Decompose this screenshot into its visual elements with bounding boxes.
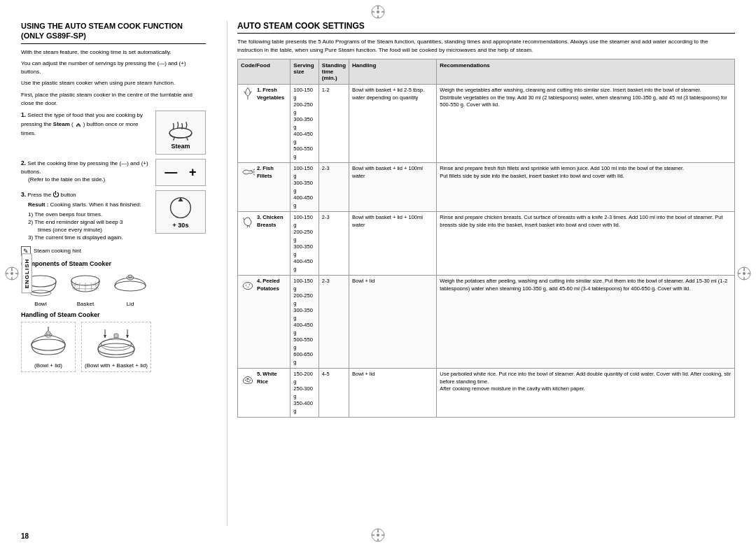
step-3-text: 3. Press the ⏻ button Result : Cooking s… — [21, 190, 151, 241]
svg-point-22 — [743, 272, 746, 275]
basket-label: Basket — [77, 301, 94, 307]
handling-bowl-with-lid — [24, 325, 72, 360]
svg-line-29 — [173, 138, 174, 141]
svg-point-57 — [251, 171, 252, 172]
handling-bowl-basket-lid — [88, 325, 144, 360]
handling-2-label: (Bowl with + Basket + lid) — [85, 362, 148, 369]
th-recommendations: Recommendations — [437, 59, 735, 85]
td-rec-3: Rinse and prepare chicken breasts. Cut s… — [437, 212, 735, 276]
svg-point-49 — [98, 343, 134, 355]
svg-point-62 — [248, 287, 248, 287]
th-handling: Handling — [349, 59, 437, 85]
table-row: 3. ChickenBreasts 100-150 g 200-250 g 30… — [238, 212, 735, 276]
th-standing: Standingtime(min.) — [318, 59, 349, 85]
settings-table: Code/Food Servingsize Standingtime(min.)… — [237, 59, 735, 418]
svg-point-60 — [243, 283, 252, 290]
td-rec-2: Rinse and prepare fresh fish fillets and… — [437, 163, 735, 212]
td-rec-5: Use parboiled white rice. Put rice into … — [437, 369, 735, 418]
lid-item: Lid — [111, 271, 150, 307]
compass-right — [736, 266, 752, 281]
td-food-1: 1. FreshVegetables — [238, 85, 290, 163]
intro-text-2: You can adjust the number of servings by… — [21, 59, 206, 76]
right-column: AUTO STEAM COOK SETTINGS The following t… — [237, 21, 735, 526]
lid-label: Lid — [127, 301, 134, 307]
svg-marker-13 — [377, 530, 379, 533]
steam-box: Steam — [155, 111, 206, 155]
handling-1-label: (Bowl + lid) — [34, 362, 62, 369]
intro-text-1: With the steam feature, the cooking time… — [21, 48, 206, 57]
svg-line-59 — [249, 226, 250, 228]
svg-point-63 — [249, 285, 250, 285]
td-serving-5: 150-200 g 250-300 g 350-400 g — [290, 369, 319, 418]
td-handling-2: Bowl with basket + lid + 100ml water — [349, 163, 437, 212]
intro-text-3: Use the plastic steam cooker when using … — [21, 79, 206, 87]
language-sidebar: ENGLISH — [22, 254, 32, 294]
svg-point-42 — [115, 281, 146, 291]
td-standing-2: 2-3 — [318, 163, 349, 212]
fish-icon — [241, 165, 255, 179]
handling-item-2: (Bowl with + Basket + lid) — [81, 322, 151, 372]
handling-row: (Bowl + lid) — [21, 322, 206, 372]
svg-line-40 — [91, 283, 92, 292]
svg-point-64 — [246, 378, 248, 380]
left-column: ENGLISH USING THE AUTO STEAM COOK FUNCTI… — [21, 21, 217, 526]
step-2-block: 2. Set the cooking time by pressing the … — [21, 159, 206, 186]
rice-icon — [241, 371, 255, 385]
td-food-4: 4. PeeledPotatoes — [238, 276, 290, 369]
components-title: Components of Steam Cooker — [21, 260, 206, 267]
basket-image — [66, 271, 105, 299]
table-row: 5. White Rice 150-200 g 250-300 g 350-40… — [238, 369, 735, 418]
intro-text-4: First, place the plastic steam cooker in… — [21, 91, 206, 107]
step-1-text: 1. Select the type of food that you are … — [21, 111, 151, 137]
svg-point-44 — [128, 275, 132, 278]
svg-point-45 — [31, 339, 65, 350]
td-rec-4: Weigh the potatoes after peeling, washin… — [437, 276, 735, 369]
bowl-label: Bowl — [34, 301, 46, 307]
result-block: Result : Cooking starts. When it has fin… — [28, 201, 151, 241]
svg-point-68 — [248, 381, 250, 382]
plus30-icon — [168, 195, 193, 220]
steam-hint: ✎ Steam cooking hint — [21, 246, 206, 256]
step-1-block: 1. Select the type of food that you are … — [21, 111, 206, 155]
svg-line-38 — [79, 283, 80, 292]
td-serving-3: 100-150 g 200-250 g 300-350 g 400-450 g — [290, 212, 319, 276]
svg-point-65 — [244, 380, 246, 381]
plus30-box: + 30s — [155, 190, 206, 234]
th-serving: Servingsize — [290, 59, 319, 85]
td-food-2: 2. Fish Fillets — [238, 163, 290, 212]
td-food-5: 5. White Rice — [238, 369, 290, 418]
svg-marker-53 — [104, 335, 106, 338]
td-handling-3: Bowl with basket + lid + 100ml water — [349, 212, 437, 276]
svg-line-58 — [247, 226, 248, 228]
basket-item: Basket — [66, 271, 105, 307]
components-row: Bowl Basket — [21, 271, 206, 307]
step-2-text: 2. Set the cooking time by pressing the … — [21, 159, 151, 184]
potato-icon — [241, 278, 255, 292]
table-row: 4. PeeledPotatoes 100-150 g 200-250 g 30… — [238, 276, 735, 369]
svg-point-66 — [249, 380, 251, 381]
handling-title: Handling of Steam Cooker — [21, 311, 206, 318]
right-section-title: AUTO STEAM COOK SETTINGS — [237, 21, 735, 34]
left-section-title: USING THE AUTO STEAM COOK FUNCTION (ONLY… — [21, 21, 206, 44]
td-serving-1: 100-150 g 200-250 g 300-350 g 400-450 g … — [290, 85, 319, 163]
svg-point-61 — [246, 285, 246, 285]
td-standing-5: 4-5 — [318, 369, 349, 418]
th-code-food: Code/Food — [238, 59, 290, 85]
minus-plus-box: — + — [155, 159, 206, 186]
compass-left — [4, 266, 20, 281]
svg-line-30 — [187, 138, 188, 141]
steam-cook-icon — [165, 115, 196, 141]
td-rec-1: Weigh the vegetables after washing, clea… — [437, 85, 735, 163]
td-standing-3: 2-3 — [318, 212, 349, 276]
td-handling-5: Bowl + lid — [349, 369, 437, 418]
svg-marker-55 — [126, 335, 129, 338]
td-handling-4: Bowl + lid — [349, 276, 437, 369]
lid-image — [111, 271, 150, 299]
td-standing-4: 2-3 — [318, 276, 349, 369]
step-3-block: 3. Press the ⏻ button Result : Cooking s… — [21, 190, 206, 241]
svg-point-1 — [377, 10, 379, 13]
handling-item-1: (Bowl + lid) — [21, 322, 76, 372]
svg-marker-27 — [743, 269, 746, 271]
plus30-label: + 30s — [173, 222, 189, 229]
compass-bottom — [370, 527, 386, 543]
